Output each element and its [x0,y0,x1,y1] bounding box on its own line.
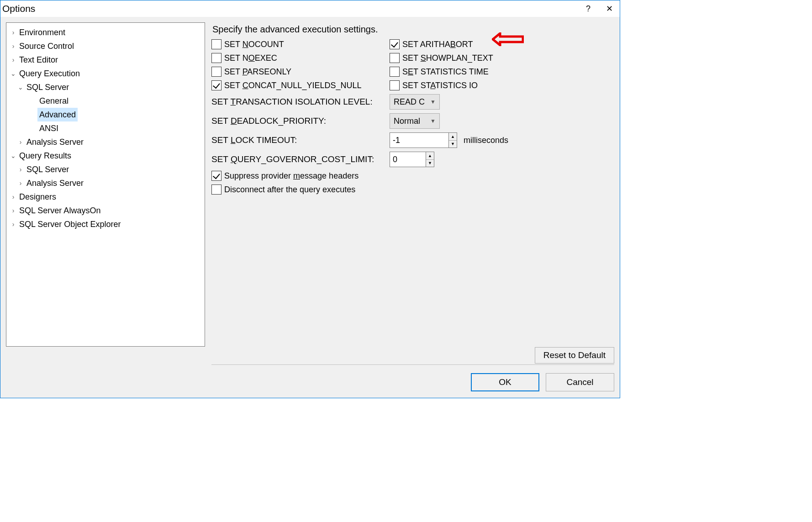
checkbox-icon [211,80,221,90]
caret-icon: › [17,135,24,149]
spin-up-icon[interactable]: ▲ [426,152,434,160]
caret-icon: ⌄ [10,149,16,163]
checkbox-icon [211,53,221,63]
checkbox-icon [211,171,221,181]
caret-icon: ⌄ [17,80,24,94]
select-transaction-isolation[interactable]: READ C ▼ [390,94,440,110]
ok-button[interactable]: OK [471,373,539,391]
spinner[interactable]: ▲▼ [426,152,434,167]
checkbox-set-statistics-io[interactable]: SET STATISTICS IO [390,80,614,90]
tree-item[interactable]: General [8,94,203,108]
options-dialog: Options ? ✕ ›Environment›Source Control›… [0,0,620,398]
checkbox-icon [390,39,400,49]
tree-item-label: Query Results [17,149,73,163]
label: SET ARITHABORT [402,40,473,49]
tree-item[interactable]: ⌄Query Results [8,149,203,163]
suffix-label: milliseconds [464,136,508,145]
tree-item-label: SQL Server [25,80,71,94]
reset-to-default-button[interactable]: Reset to Default [535,347,614,364]
checkbox-icon [211,185,221,195]
annotation-arrow-icon [492,32,524,48]
label: SET PARSEONLY [224,67,291,77]
dialog-body: ›Environment›Source Control›Text Editor⌄… [0,17,620,398]
window-title: Options [2,3,35,14]
checkbox-disconnect-after[interactable]: Disconnect after the query executes [211,185,614,195]
input-lock-timeout[interactable]: ▲▼ [390,132,457,148]
tree-item[interactable]: ›SQL Server Object Explorer [8,217,203,231]
label: SET STATISTICS IO [402,81,478,90]
titlebar: Options ? ✕ [0,0,620,17]
tree-item[interactable]: Advanced [8,108,203,121]
cancel-button[interactable]: Cancel [546,373,614,391]
tree-item[interactable]: ›Text Editor [8,53,203,67]
tree-item[interactable]: ANSI [8,121,203,135]
checkbox-set-concat-null[interactable]: SET CONCAT_NULL_YIELDS_NULL [211,80,387,90]
tree-item-label: Designers [17,190,58,204]
label-lock-timeout: SET LOCK TIMEOUT: [211,135,387,145]
chevron-down-icon: ▼ [430,99,436,105]
tree-item[interactable]: ›Environment [8,26,203,39]
checkbox-icon [390,67,400,77]
settings-panel: Specify the advanced execution settings.… [211,22,614,365]
checkbox-icon [390,53,400,63]
caret-icon: › [17,163,24,176]
caret-icon: › [10,190,16,204]
caret-icon: ⌄ [10,67,16,80]
dialog-footer: OK Cancel [6,365,614,392]
tree-item-label: Analysis Server [25,135,85,149]
tree-item-label: Text Editor [17,53,60,67]
label: SET CONCAT_NULL_YIELDS_NULL [224,81,361,90]
tree-item-label: SQL Server AlwaysOn [17,204,102,217]
select-value: READ C [394,97,425,107]
label-deadlock-priority: SET DEADLOCK_PRIORITY: [211,116,387,126]
checkbox-icon [211,39,221,49]
label: SET NOCOUNT [224,40,284,49]
caret-icon: › [10,53,16,67]
label-query-governor: SET QUERY_GOVERNOR_COST_LIMIT: [211,154,387,164]
help-button[interactable]: ? [578,0,599,17]
checkbox-set-noexec[interactable]: SET NOEXEC [211,53,387,63]
select-value: Normal [394,116,420,126]
tree-item-label: Environment [17,26,67,39]
input-query-governor[interactable]: ▲▼ [390,152,434,167]
tree-item-label: Advanced [37,108,78,121]
select-deadlock-priority[interactable]: Normal ▼ [390,113,440,129]
tree-item-label: Query Execution [17,67,82,80]
spin-down-icon[interactable]: ▼ [449,141,457,148]
checkbox-set-parseonly[interactable]: SET PARSEONLY [211,67,387,77]
label: SET SHOWPLAN_TEXT [402,53,493,63]
panel-heading: Specify the advanced execution settings. [212,24,614,35]
caret-icon: › [10,204,16,217]
tree-item-label: Analysis Server [25,176,85,190]
tree-item[interactable]: ›Source Control [8,39,203,53]
number-input[interactable] [390,132,449,148]
tree-item[interactable]: ⌄Query Execution [8,67,203,80]
label-transaction-isolation: SET TRANSACTION ISOLATION LEVEL: [211,97,387,107]
tree-item[interactable]: ›SQL Server AlwaysOn [8,204,203,217]
spin-down-icon[interactable]: ▼ [426,160,434,167]
label: Suppress provider message headers [224,171,359,181]
checkbox-suppress-headers[interactable]: Suppress provider message headers [211,171,614,181]
spin-up-icon[interactable]: ▲ [449,133,457,141]
checkbox-set-nocount[interactable]: SET NOCOUNT [211,39,387,49]
nav-tree[interactable]: ›Environment›Source Control›Text Editor⌄… [6,22,205,347]
tree-item[interactable]: ›Analysis Server [8,176,203,190]
number-input[interactable] [390,152,426,167]
checkbox-icon [211,67,221,77]
tree-item[interactable]: ›SQL Server [8,163,203,176]
close-button[interactable]: ✕ [599,0,620,17]
checkbox-set-showplan-text[interactable]: SET SHOWPLAN_TEXT [390,53,614,63]
caret-icon: › [10,39,16,53]
caret-icon: › [10,26,16,39]
tree-item-label: Source Control [17,39,76,53]
chevron-down-icon: ▼ [430,118,436,124]
caret-icon: › [17,176,24,190]
spinner[interactable]: ▲▼ [449,132,457,148]
label: SET STATISTICS TIME [402,67,489,77]
tree-item[interactable]: ›Analysis Server [8,135,203,149]
checkbox-set-statistics-time[interactable]: SET STATISTICS TIME [390,67,614,77]
tree-item[interactable]: ›Designers [8,190,203,204]
tree-item[interactable]: ⌄SQL Server [8,80,203,94]
label: SET NOEXEC [224,53,277,63]
tree-item-label: General [37,94,70,108]
